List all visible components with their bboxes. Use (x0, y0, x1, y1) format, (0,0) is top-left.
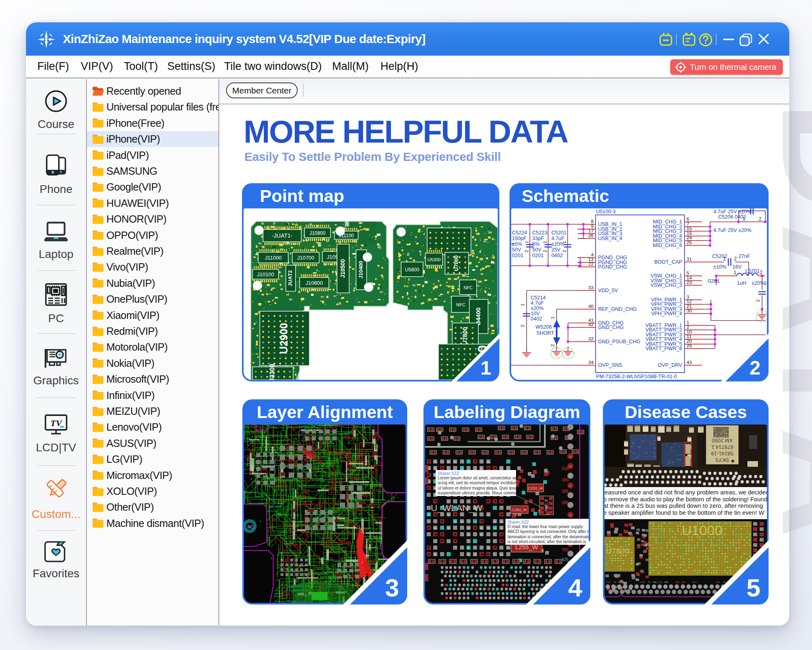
svg-text:C5224: C5224 (512, 230, 527, 236)
svg-text:U1000: U1000 (682, 522, 722, 538)
svg-text:5%: 5% (532, 241, 540, 247)
svg-text:22: 22 (588, 261, 594, 267)
svg-text:suspendisse ultrices gravida.: suspendisse ultrices gravida. Risus comm… (438, 491, 522, 495)
svg-text:ut labore et dolore magna aliq: ut labore et dolore magna aliqua. Quis i… (438, 486, 520, 490)
svg-text:25: 25 (687, 240, 692, 245)
svg-text:1008: 1008 (764, 280, 767, 286)
svg-text:U5600: U5600 (405, 267, 419, 273)
svg-text:0L: 0L (434, 461, 436, 463)
svg-text:NFC: NFC (456, 302, 466, 307)
svg-text:26: 26 (588, 233, 594, 238)
svg-text:388: 388 (561, 489, 568, 494)
svg-text:MID_CHG_6: MID_CHG_6 (653, 243, 682, 248)
svg-text:0L: 0L (447, 527, 450, 529)
svg-text:Sharer:XZZ: Sharer:XZZ (438, 471, 459, 476)
svg-text:0L: 0L (487, 461, 490, 463)
svg-text:64: 64 (665, 581, 668, 583)
svg-text:NFC: NFC (464, 285, 473, 290)
svg-text:C5206 0402: C5206 0402 (718, 214, 746, 220)
svg-text:Lorem ipsum dolor sit amet, co: Lorem ipsum dolor sit amet, consectetur … (438, 476, 523, 480)
svg-text:34: 34 (588, 360, 594, 365)
svg-text:U5300: U5300 (428, 257, 441, 262)
svg-text:0L: 0L (454, 461, 456, 463)
svg-text:30: 30 (687, 308, 692, 314)
svg-text:±20%: ±20% (752, 280, 764, 286)
svg-text:388: 388 (561, 500, 568, 505)
svg-text:1uH: 1uH (737, 280, 746, 286)
svg-text:61: 61 (654, 581, 657, 583)
svg-text:466: 466 (618, 581, 622, 583)
svg-text:0L: 0L (487, 547, 490, 549)
svg-text:0402: 0402 (551, 253, 563, 258)
svg-text:scing elit, sed do eiusmod tem: scing elit, sed do eiusmod tempor incidi… (438, 481, 518, 485)
svg-text:2: 2 (734, 256, 737, 262)
svg-text:604: 604 (675, 581, 680, 583)
svg-text:U5100-3: U5100-3 (596, 209, 615, 214)
svg-text:0L: 0L (500, 553, 503, 556)
svg-text:0L: 0L (569, 485, 572, 487)
svg-text:0L: 0L (500, 527, 503, 529)
svg-text:33pF: 33pF (532, 236, 544, 241)
svg-text:50V: 50V (532, 247, 542, 253)
svg-text:27nF: 27nF (739, 254, 750, 259)
svg-text:0L: 0L (494, 520, 496, 523)
svg-text:0L: 0L (467, 553, 470, 556)
svg-text:±20%: ±20% (551, 241, 564, 247)
svg-text:U7800: U7800 (606, 547, 629, 555)
svg-text:Sharer:XZZ: Sharer:XZZ (508, 520, 529, 524)
svg-text:0L: 0L (460, 520, 463, 523)
svg-text:679714.1: 679714.1 (711, 444, 733, 450)
svg-text:C5214: C5214 (531, 295, 546, 301)
svg-text:BOOT_CAP: BOOT_CAP (654, 259, 682, 265)
svg-text:0201: 0201 (708, 278, 720, 284)
svg-text:U2900: U2900 (278, 323, 290, 354)
svg-text:leasured once and did not find: leasured once and did not find any probl… (605, 489, 767, 496)
svg-text:ABCD layering is not connected: ABCD layering is not connected. Only aft… (508, 529, 589, 534)
svg-text:C232_W: C232_W (528, 486, 543, 490)
svg-text:3S8: 3S8 (561, 466, 569, 471)
svg-text:L5201: L5201 (745, 268, 760, 274)
svg-text:J10800: J10800 (309, 230, 326, 236)
svg-text:at there is a 2S bus was pulle: at there is a 2S bus was pulled down to … (605, 503, 763, 509)
svg-text:150pF: 150pF (512, 236, 527, 241)
svg-text:C5223: C5223 (532, 230, 547, 236)
svg-text:50V: 50V (512, 247, 521, 253)
svg-text:0L: 0L (447, 514, 450, 516)
svg-text:0L: 0L (434, 527, 436, 529)
svg-text:29: 29 (687, 343, 692, 349)
svg-text:0L: 0L (447, 461, 450, 463)
svg-text:VSW_CHG_3: VSW_CHG_3 (650, 282, 682, 288)
svg-text:0L: 0L (500, 467, 503, 470)
svg-text:16V: 16V (732, 264, 742, 270)
svg-text:VBATT_PWR_6: VBATT_PWR_6 (646, 346, 682, 351)
svg-text:40: 40 (588, 303, 594, 309)
svg-text:31: 31 (687, 256, 692, 262)
svg-text:0402: 0402 (531, 316, 542, 322)
svg-text:2: 2 (759, 216, 762, 222)
svg-text:0L: 0L (494, 527, 496, 529)
svg-text:38S: 38S (561, 478, 569, 482)
svg-text:JUAT2: JUAT2 (287, 270, 293, 286)
svg-text:GND_CHG: GND_CHG (598, 325, 624, 330)
svg-text:2: 2 (760, 270, 762, 275)
svg-text:2: 2 (542, 250, 547, 252)
svg-text:NC: NC (248, 525, 253, 529)
svg-text:0L: 0L (487, 527, 490, 529)
svg-text:1: 1 (743, 216, 745, 222)
svg-text:0L: 0L (467, 547, 470, 549)
svg-text:12: 12 (613, 581, 616, 583)
svg-text:10V: 10V (531, 311, 540, 316)
svg-text:32: 32 (588, 336, 594, 342)
svg-text:0L: 0L (480, 467, 483, 470)
svg-text:D road: the lower four main po: D road: the lower four main power supply (508, 524, 583, 529)
svg-text:946: 946 (641, 581, 645, 583)
svg-text:SWD_E: SWD_E (544, 499, 548, 512)
svg-text:J10600: J10600 (306, 280, 323, 286)
svg-text:0L: 0L (569, 455, 572, 458)
svg-text:4.7uF: 4.7uF (531, 300, 544, 306)
svg-text:0L: 0L (467, 527, 470, 529)
svg-text:C5201: C5201 (551, 230, 566, 236)
svg-text:SKY5: SKY5 (715, 457, 729, 463)
svg-text:0L: 0L (474, 553, 476, 556)
svg-text:PGND_CHG: PGND_CHG (598, 264, 627, 270)
